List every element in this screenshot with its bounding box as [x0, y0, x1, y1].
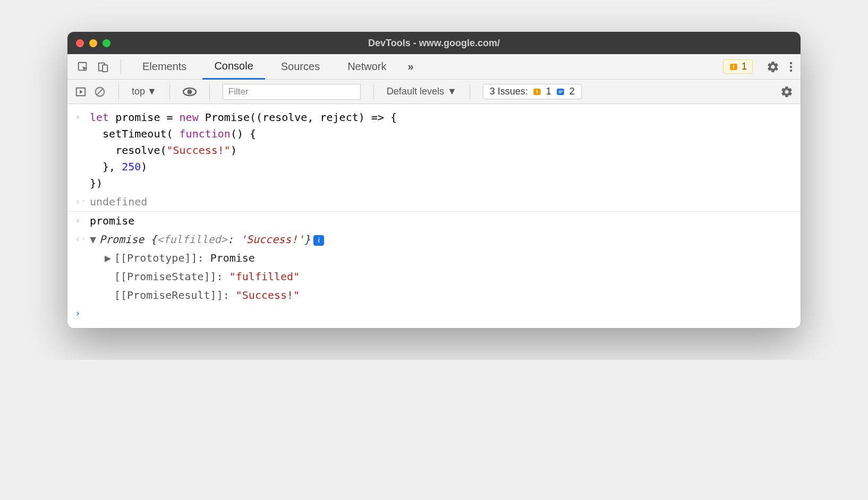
devtools-window: DevTools - www.google.com/ Elements Cons… [67, 32, 801, 328]
svg-rect-4 [733, 65, 734, 67]
separator [118, 84, 119, 99]
object-property-row: [[PromiseState]]: "fulfilled" [67, 268, 801, 286]
property-key: [[Prototype]]: [114, 252, 210, 264]
separator [169, 84, 170, 99]
tab-label: Network [347, 61, 386, 73]
live-expression-icon[interactable] [183, 87, 197, 97]
svg-line-11 [97, 89, 103, 94]
console-object-summary-row[interactable]: ‹· ▼Promise {<fulfilled>: 'Success!'}i [67, 230, 801, 249]
svg-point-6 [790, 62, 792, 64]
tab-console[interactable]: Console [202, 55, 265, 80]
gutter [75, 250, 90, 266]
tab-network[interactable]: Network [336, 54, 398, 79]
warnings-badge[interactable]: 1 [723, 59, 753, 74]
more-menu-icon[interactable] [789, 61, 793, 73]
code-block: let promise = new Promise((resolve, reje… [90, 109, 793, 192]
clear-console-icon[interactable] [94, 86, 106, 98]
console-result-row: ‹· undefined [67, 193, 801, 212]
result-undefined: undefined [90, 194, 793, 210]
property-line: [[PromiseResult]]: "Success!" [90, 287, 793, 304]
output-chevron-icon: ‹· [75, 194, 90, 210]
context-selector[interactable]: top ▼ [132, 86, 157, 97]
chevron-down-icon: ▼ [147, 86, 157, 97]
issues-badge[interactable]: 3 Issues: 1 2 [483, 84, 582, 99]
device-toggle-icon[interactable] [95, 59, 111, 75]
object-summary: ▼Promise {<fulfilled>: 'Success!'}i [90, 231, 793, 248]
warning-icon [532, 87, 542, 97]
svg-rect-0 [79, 62, 87, 70]
console-body: › let promise = new Promise((resolve, re… [67, 104, 801, 328]
tab-label: Elements [142, 61, 186, 73]
inspect-element-icon[interactable] [75, 59, 91, 75]
info-badge-icon[interactable]: i [313, 235, 324, 246]
output-chevron-icon: ‹· [75, 231, 90, 248]
prompt-chevron-icon: › [75, 306, 90, 321]
collapse-arrow-icon[interactable]: ▼ [90, 231, 99, 248]
svg-point-13 [187, 89, 192, 94]
tab-label: Sources [281, 61, 320, 73]
separator [373, 84, 374, 99]
svg-rect-18 [559, 90, 563, 91]
console-settings-gear-icon[interactable] [780, 85, 793, 98]
titlebar: DevTools - www.google.com/ [67, 32, 801, 54]
overflow-glyph: » [408, 61, 414, 73]
tab-label: Console [214, 60, 253, 72]
separator [470, 84, 470, 99]
gutter [75, 269, 90, 285]
separator [121, 59, 121, 74]
filter-input[interactable] [223, 84, 361, 100]
svg-rect-19 [559, 92, 561, 93]
property-line: [[PromiseState]]: "fulfilled" [90, 269, 793, 285]
console-input-row[interactable]: › promise [67, 212, 801, 230]
svg-rect-15 [537, 90, 538, 92]
toggle-sidebar-icon[interactable] [75, 86, 87, 98]
input-chevron-icon: › [75, 213, 90, 229]
issues-label: 3 Issues: [490, 86, 528, 97]
log-levels-selector[interactable]: Default levels ▼ [387, 86, 457, 97]
svg-rect-2 [103, 65, 107, 72]
prompt-input[interactable] [90, 306, 793, 321]
property-value: "Success!" [236, 289, 300, 301]
console-toolbar: top ▼ Default levels ▼ 3 Issues: 1 2 [67, 80, 801, 104]
property-key: [[PromiseState]]: [114, 270, 229, 283]
property-key: [[PromiseResult]]: [114, 289, 236, 301]
console-prompt-row[interactable]: › [67, 305, 801, 322]
info-icon [556, 87, 565, 97]
tab-sources[interactable]: Sources [269, 54, 331, 79]
levels-label: Default levels [387, 86, 444, 97]
object-property-row: [[PromiseResult]]: "Success!" [67, 286, 801, 305]
separator [209, 84, 210, 99]
main-tabs: Elements Console Sources Network » 1 [67, 54, 801, 80]
context-label: top [132, 86, 145, 97]
svg-rect-5 [733, 68, 734, 69]
settings-gear-icon[interactable] [767, 61, 779, 73]
zoom-window-button[interactable] [103, 39, 110, 47]
svg-rect-16 [537, 93, 538, 94]
gutter [75, 287, 90, 304]
input-chevron-icon: › [75, 109, 90, 192]
property-value: "fulfilled" [229, 270, 300, 283]
property-value: Promise [210, 252, 255, 264]
close-window-button[interactable] [76, 39, 84, 47]
issue-info-count: 2 [569, 86, 575, 97]
property-line: ▶[[Prototype]]: Promise [90, 250, 793, 266]
object-property-row[interactable]: ▶[[Prototype]]: Promise [67, 249, 801, 268]
tab-elements[interactable]: Elements [131, 54, 198, 79]
svg-rect-17 [557, 89, 564, 95]
issue-warn-count: 1 [546, 86, 551, 97]
tabs-overflow-button[interactable]: » [403, 54, 419, 79]
window-title: DevTools - www.google.com/ [67, 38, 801, 49]
minimize-window-button[interactable] [89, 39, 97, 47]
code-line: promise [90, 213, 793, 229]
console-input-row[interactable]: › let promise = new Promise((resolve, re… [67, 108, 801, 193]
svg-point-7 [790, 65, 792, 67]
warnings-count: 1 [742, 61, 747, 72]
traffic-lights [76, 39, 110, 47]
svg-point-8 [790, 69, 792, 71]
chevron-down-icon: ▼ [447, 86, 457, 97]
warning-icon [729, 62, 738, 72]
expand-arrow-icon[interactable]: ▶ [105, 250, 114, 266]
